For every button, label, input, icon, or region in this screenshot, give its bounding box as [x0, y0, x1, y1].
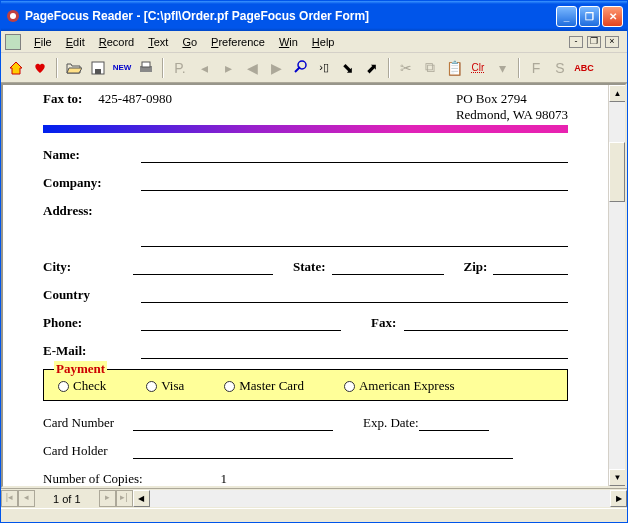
menu-win[interactable]: Win — [272, 34, 305, 50]
back-icon[interactable]: ◀ — [241, 57, 263, 79]
company-label: Company: — [43, 175, 133, 191]
app-icon — [5, 8, 21, 24]
faxto-label: Fax to: — [43, 91, 82, 107]
menu-file[interactable]: File — [27, 34, 59, 50]
clear-button[interactable]: Clr — [467, 57, 489, 79]
email-label: E-Mail: — [43, 343, 133, 359]
minimize-button[interactable]: _ — [556, 6, 577, 27]
close-button[interactable]: ✕ — [602, 6, 623, 27]
print-icon[interactable] — [135, 57, 157, 79]
copies-field[interactable]: 1 — [163, 471, 233, 486]
zip-label: Zip: — [464, 259, 488, 275]
content-area: Fax to: 425-487-0980 PO Box 2794 Redmond… — [1, 83, 627, 488]
menu-go[interactable]: Go — [175, 34, 204, 50]
copies-label: Number of Copies: — [43, 471, 163, 486]
paste-icon[interactable]: 📋 — [443, 57, 465, 79]
menu-help[interactable]: Help — [305, 34, 342, 50]
scroll-right-icon[interactable]: ▶ — [610, 490, 627, 507]
document-viewport[interactable]: Fax to: 425-487-0980 PO Box 2794 Redmond… — [3, 85, 608, 486]
heart-icon[interactable] — [29, 57, 51, 79]
copy-icon[interactable]: ⧉ — [419, 57, 441, 79]
radio-check[interactable]: Check — [58, 378, 106, 394]
city-state-text: Redmond, WA 98073 — [456, 107, 568, 123]
city-field[interactable] — [133, 259, 273, 275]
pager-prev-button[interactable]: ◂ — [18, 490, 35, 507]
zoom-icon[interactable] — [289, 57, 311, 79]
pager-first-button[interactable]: |◂ — [1, 490, 18, 507]
payment-group: Payment Check Visa Master Card American … — [43, 369, 568, 401]
save-icon[interactable] — [87, 57, 109, 79]
menu-preference[interactable]: Preference — [204, 34, 272, 50]
forward-icon[interactable]: ▶ — [265, 57, 287, 79]
statusbar: |◂ ◂ 1 of 1 ▸ ▸| ◀ ▶ — [1, 488, 627, 508]
menu-record[interactable]: Record — [92, 34, 141, 50]
svg-rect-3 — [95, 69, 101, 74]
address-label: Address: — [43, 203, 133, 219]
pager-text: 1 of 1 — [35, 493, 99, 505]
s-button[interactable]: S — [549, 57, 571, 79]
fax-number: 425-487-0980 — [98, 91, 172, 107]
cardnumber-field[interactable] — [133, 415, 333, 431]
expdate-field[interactable] — [419, 415, 489, 431]
f-button[interactable]: F — [525, 57, 547, 79]
prev-small-icon[interactable]: ◂ — [193, 57, 215, 79]
arrow-out-icon[interactable]: ⬊ — [337, 57, 359, 79]
expdate-label: Exp. Date: — [363, 415, 419, 431]
radio-icon — [344, 381, 355, 392]
fax-field[interactable] — [404, 315, 568, 331]
address-field[interactable] — [141, 231, 568, 247]
pobox-text: PO Box 2794 — [456, 91, 568, 107]
window-resize-area — [1, 508, 627, 522]
menu-text[interactable]: Text — [141, 34, 175, 50]
vertical-scrollbar[interactable]: ▲ ▼ — [608, 85, 625, 486]
radio-visa[interactable]: Visa — [146, 378, 184, 394]
spellcheck-icon[interactable]: ABC — [573, 57, 595, 79]
scroll-down-icon[interactable]: ▼ — [609, 469, 626, 486]
mdi-minimize-button[interactable]: - — [569, 36, 583, 48]
arrow-in-icon[interactable]: ⬈ — [361, 57, 383, 79]
zip-field[interactable] — [493, 259, 568, 275]
cardholder-field[interactable] — [133, 443, 513, 459]
pager-last-button[interactable]: ▸| — [116, 490, 133, 507]
svg-point-6 — [298, 61, 306, 69]
menu-edit[interactable]: Edit — [59, 34, 92, 50]
pager-next-button[interactable]: ▸ — [99, 490, 116, 507]
open-icon[interactable] — [63, 57, 85, 79]
fax-label: Fax: — [371, 315, 396, 331]
country-label: Country — [43, 287, 133, 303]
radio-mastercard[interactable]: Master Card — [224, 378, 304, 394]
payment-legend: Payment — [54, 361, 107, 377]
next-small-icon[interactable]: ▸ — [217, 57, 239, 79]
cardnumber-label: Card Number — [43, 415, 133, 431]
record-pager: |◂ ◂ 1 of 1 ▸ ▸| — [1, 489, 133, 508]
home-icon[interactable] — [5, 57, 27, 79]
cut-icon[interactable]: ✂ — [395, 57, 417, 79]
paragraph-icon[interactable]: P. — [169, 57, 191, 79]
horizontal-scrollbar[interactable]: ◀ ▶ — [133, 490, 627, 507]
name-label: Name: — [43, 147, 133, 163]
radio-amex[interactable]: American Express — [344, 378, 455, 394]
phone-field[interactable] — [141, 315, 341, 331]
app-window: PageFocus Reader - [C:\pfl\Order.pf Page… — [0, 0, 628, 523]
phone-label: Phone: — [43, 315, 133, 331]
state-field[interactable] — [332, 259, 444, 275]
company-field[interactable] — [141, 175, 568, 191]
country-field[interactable] — [141, 287, 568, 303]
scroll-up-icon[interactable]: ▲ — [609, 85, 626, 102]
mdi-document-icon[interactable] — [5, 34, 21, 50]
insert-icon[interactable]: ›▯ — [313, 57, 335, 79]
svg-point-1 — [10, 13, 16, 19]
mdi-controls: - ❐ × — [569, 36, 623, 48]
dropdown-icon[interactable]: ▾ — [491, 57, 513, 79]
maximize-button[interactable]: ❐ — [579, 6, 600, 27]
name-field[interactable] — [141, 147, 568, 163]
new-icon[interactable]: NEW — [111, 57, 133, 79]
mdi-restore-button[interactable]: ❐ — [587, 36, 601, 48]
radio-icon — [146, 381, 157, 392]
scroll-thumb[interactable] — [609, 142, 625, 202]
scroll-left-icon[interactable]: ◀ — [133, 490, 150, 507]
window-controls: _ ❐ ✕ — [556, 6, 623, 27]
email-field[interactable] — [141, 343, 568, 359]
svg-rect-5 — [142, 62, 150, 67]
mdi-close-button[interactable]: × — [605, 36, 619, 48]
